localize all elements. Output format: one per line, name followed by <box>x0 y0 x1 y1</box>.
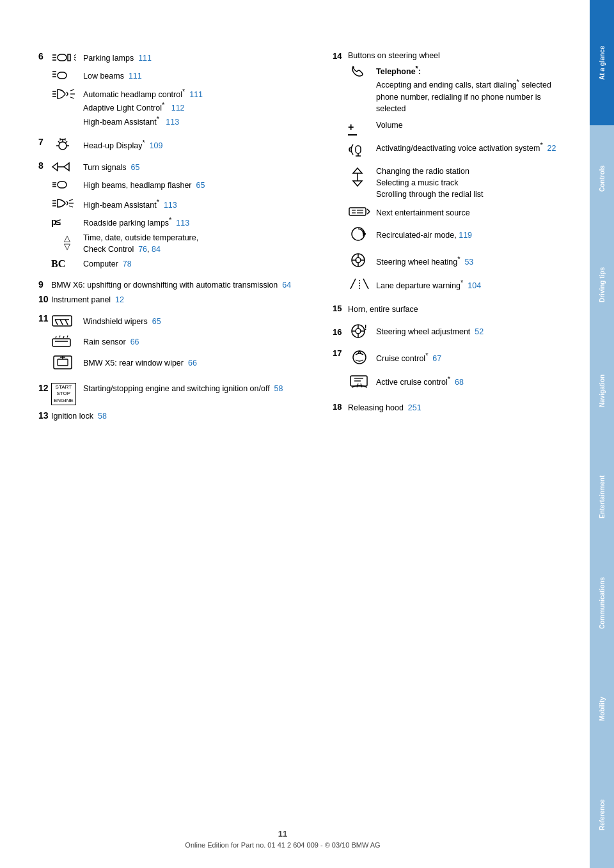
turn-signals-text: Turn signals 65 <box>83 162 307 173</box>
item-18-link[interactable]: 251 <box>408 403 421 412</box>
rear-wiper-link[interactable]: 66 <box>188 359 197 368</box>
rain-sensor-link[interactable]: 66 <box>130 337 139 346</box>
svg-rect-52 <box>58 359 68 366</box>
windshield-wiper-link[interactable]: 65 <box>152 317 161 326</box>
time-date-icon: △ ▽ <box>51 232 83 251</box>
svg-line-42 <box>55 320 58 325</box>
roadside-park-text: Roadside parking lamps* 113 <box>83 215 307 229</box>
active-cruise-text: Active cruise control* 68 <box>376 375 564 388</box>
voice-activation-icon <box>348 141 376 160</box>
highbeam-assist-link-8[interactable]: 113 <box>164 201 177 210</box>
svg-line-37 <box>69 199 73 201</box>
radio-music-text: Changing the radio station Selecting a m… <box>376 166 564 200</box>
voice-activation-link[interactable]: 22 <box>547 144 556 153</box>
item-14-num: 14 <box>333 51 348 61</box>
sidebar-tab-navigation[interactable]: Navigation <box>590 337 614 444</box>
svg-line-47 <box>56 336 56 338</box>
svg-point-69 <box>352 228 365 240</box>
auto-headlamp-text: Automatic headlamp control* 111 Adaptive… <box>83 87 307 128</box>
svg-line-49 <box>63 336 64 338</box>
svg-rect-45 <box>52 339 70 346</box>
svg-line-50 <box>67 336 68 337</box>
lane-departure-link[interactable]: 104 <box>468 281 481 290</box>
svg-line-39 <box>69 206 73 207</box>
auto-headlamp-link[interactable]: 111 <box>189 90 203 99</box>
entertainment-source-text: Next entertainment source <box>376 207 564 219</box>
svg-text:!: ! <box>356 258 357 264</box>
parking-lamps-text: Parking lamps 111 <box>83 52 307 64</box>
rain-sensor-icon <box>51 334 83 351</box>
low-beam-icon <box>51 69 83 84</box>
item-18-num: 18 <box>333 402 348 412</box>
svg-line-7 <box>74 59 75 61</box>
svg-line-44 <box>65 320 68 325</box>
item-15-num: 15 <box>333 304 348 313</box>
item-14-text: Buttons on steering wheel <box>348 51 564 60</box>
turn-signal-icon <box>51 160 83 175</box>
adaptive-light-link[interactable]: 112 <box>171 104 185 112</box>
highbeam-flash-link[interactable]: 65 <box>196 181 205 190</box>
svg-marker-58 <box>353 168 362 173</box>
svg-marker-60 <box>353 181 362 186</box>
item-18-text: Releasing hood 251 <box>348 402 564 414</box>
page-number: 11 <box>0 829 565 839</box>
highbeam-flash-icon <box>51 178 83 193</box>
time-date-text: Time, date, outside temperature, Check C… <box>83 232 307 255</box>
sw-heating-text: Steering wheel heating* 53 <box>376 254 564 268</box>
item-9-link[interactable]: 64 <box>282 281 291 290</box>
item-15-text: Horn, entire surface <box>348 304 564 315</box>
item-13-num: 13 <box>38 410 51 421</box>
lane-departure-text: Lane departure warning* 104 <box>376 278 564 291</box>
sidebar-tab-at-a-glance[interactable]: At a glance <box>590 0 614 125</box>
check-control-link2[interactable]: 84 <box>152 245 161 254</box>
turn-signals-link[interactable]: 65 <box>131 163 140 172</box>
computer-link[interactable]: 78 <box>123 260 132 268</box>
item-13-text: Ignition lock 58 <box>51 410 307 422</box>
item-10-num: 10 <box>38 294 51 304</box>
item-16-num: 16 <box>333 327 348 337</box>
svg-rect-62 <box>349 208 366 215</box>
svg-rect-11 <box>58 72 67 79</box>
active-cruise-link[interactable]: 68 <box>455 378 464 387</box>
recirc-air-link[interactable]: 119 <box>459 231 472 240</box>
item-10-link[interactable]: 12 <box>115 295 124 304</box>
svg-point-88 <box>353 351 366 364</box>
windshield-wiper-text: Windshield wipers 65 <box>83 316 307 327</box>
rain-sensor-text: Rain sensor 66 <box>83 336 307 348</box>
footer-text: Online Edition for Part no. 01 41 2 604 … <box>0 841 565 849</box>
active-cruise-icon <box>348 372 376 392</box>
sidebar-tab-mobility[interactable]: Mobility <box>590 656 614 762</box>
cruise-control-link[interactable]: 67 <box>432 355 441 364</box>
sw-heating-icon: ! <box>348 250 376 272</box>
sidebar-tab-controls[interactable]: Controls <box>590 125 614 231</box>
check-control-link1[interactable]: 76 <box>138 245 147 254</box>
sidebar-tab-reference[interactable]: Reference <box>590 762 614 868</box>
sidebar-tab-entertainment[interactable]: Entertainment <box>590 444 614 550</box>
svg-line-43 <box>60 320 63 325</box>
computer-text: Computer 78 <box>83 258 307 270</box>
sidebar-tab-driving-tips[interactable]: Driving tips <box>590 231 614 337</box>
right-sidebar: At a glance Controls Driving tips Naviga… <box>590 0 614 868</box>
sidebar-tab-communications[interactable]: Communications <box>590 550 614 656</box>
telephone-text: Telephone*: Accepting and ending calls, … <box>376 64 564 114</box>
roadside-park-link[interactable]: 113 <box>176 219 189 228</box>
sw-adjust-link[interactable]: 52 <box>475 327 484 336</box>
svg-text:!: ! <box>365 324 366 331</box>
svg-marker-28 <box>64 163 69 171</box>
parking-lamps-link[interactable]: 111 <box>138 54 152 63</box>
svg-line-20 <box>58 141 60 143</box>
svg-rect-33 <box>58 182 67 188</box>
item-6-num: 6 <box>38 51 51 61</box>
parking-lamp-icon <box>51 51 83 66</box>
sw-heating-link[interactable]: 53 <box>464 258 473 267</box>
auto-headlamp-icon <box>51 87 83 103</box>
item-13-link[interactable]: 58 <box>98 412 107 421</box>
svg-line-78 <box>350 279 356 289</box>
hud-link[interactable]: 109 <box>150 141 163 150</box>
rear-wiper-text: BMW X5: rear window wiper 66 <box>83 357 307 369</box>
svg-rect-3 <box>58 54 67 61</box>
low-beams-link[interactable]: 111 <box>129 72 142 81</box>
highbeam-assist-link-6[interactable]: 113 <box>166 118 179 127</box>
page-footer: 11 Online Edition for Part no. 01 41 2 6… <box>0 829 565 849</box>
start-stop-link[interactable]: 58 <box>274 384 283 393</box>
